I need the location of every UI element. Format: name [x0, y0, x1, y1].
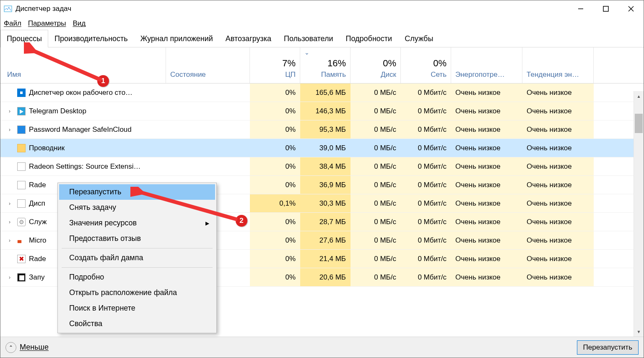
cell-cpu: 0%: [250, 139, 300, 157]
process-row[interactable]: Radeon Settings: Source Extensi…0%38,4 М…: [0, 157, 644, 176]
expand-chevron-icon[interactable]: ›: [9, 127, 14, 133]
context-item[interactable]: Открыть расположение файла: [59, 285, 215, 301]
cell-net: 0 Мбит/с: [401, 139, 451, 157]
tab-4[interactable]: Пользователи: [278, 30, 339, 47]
process-icon: [17, 125, 26, 134]
submenu-arrow-icon: ▶: [205, 220, 209, 226]
cell-trend: Очень низкое: [522, 102, 594, 120]
expand-chevron-icon[interactable]: ›: [9, 219, 14, 225]
cell-disk: 0 МБ/с: [351, 194, 401, 212]
cell-cpu: 0%: [250, 176, 300, 194]
scroll-down-icon[interactable]: ▼: [634, 327, 644, 337]
expand-chevron-icon[interactable]: ›: [9, 108, 14, 114]
context-separator: [62, 267, 213, 268]
cell-mem: 28,7 МБ: [300, 213, 351, 231]
cell-cpu: 0%: [250, 250, 300, 268]
cell-disk: 0 МБ/с: [351, 120, 401, 138]
cell-mem: 146,3 МБ: [300, 102, 351, 120]
col-name[interactable]: Имя: [0, 47, 166, 83]
cell-net: 0 Мбит/с: [401, 250, 451, 268]
scroll-up-icon[interactable]: ▲: [634, 91, 644, 101]
scroll-thumb[interactable]: [635, 114, 643, 133]
cell-mem: 38,4 МБ: [300, 157, 351, 175]
expand-chevron-icon[interactable]: ›: [9, 201, 14, 206]
cell-trend: Очень низкое: [522, 139, 594, 157]
col-power[interactable]: Энергопотре…: [451, 47, 522, 83]
context-item[interactable]: Свойства: [59, 316, 215, 332]
close-button[interactable]: [618, 0, 644, 17]
process-icon: [17, 162, 26, 171]
col-cpu[interactable]: 7%ЦП: [250, 47, 300, 83]
col-status[interactable]: Состояние: [166, 47, 250, 83]
cell-cpu: 0%: [250, 120, 300, 138]
cell-power: Очень низкое: [451, 157, 522, 175]
cell-net: 0 Мбит/с: [401, 268, 451, 286]
process-row[interactable]: ›Telegram Desktop0%146,3 МБ0 МБ/с0 Мбит/…: [0, 102, 644, 120]
cell-trend: Очень низкое: [522, 176, 594, 194]
col-disk[interactable]: 0%Диск: [351, 47, 401, 83]
tab-0[interactable]: Процессы: [0, 30, 48, 47]
tab-6[interactable]: Службы: [398, 30, 439, 47]
context-item[interactable]: Предоставить отзыв: [59, 231, 215, 246]
cell-cpu: 0%: [250, 268, 300, 286]
cell-power: Очень низкое: [451, 102, 522, 120]
column-header: Имя Состояние 7%ЦП ⌄16%Память 0%Диск 0%С…: [0, 47, 644, 84]
cell-net: 0 Мбит/с: [401, 84, 451, 102]
cell-net: 0 Мбит/с: [401, 157, 451, 175]
context-menu: ПерезапуститьСнять задачуЗначения ресурс…: [57, 183, 217, 333]
col-trend[interactable]: Тенденция эн…: [522, 47, 594, 83]
context-item[interactable]: Значения ресурсов▶: [59, 215, 215, 231]
col-mem[interactable]: ⌄16%Память: [300, 47, 351, 83]
cell-disk: 0 МБ/с: [351, 268, 401, 286]
context-item[interactable]: Перезапустить: [59, 184, 215, 200]
cell-mem: 27,6 МБ: [300, 231, 351, 249]
cell-disk: 0 МБ/с: [351, 213, 401, 231]
restart-button[interactable]: Перезапустить: [577, 340, 639, 355]
cell-cpu: 0%: [250, 157, 300, 175]
maximize-button[interactable]: [593, 0, 618, 17]
cell-cpu: 0%: [250, 231, 300, 249]
tab-3[interactable]: Автозагрузка: [219, 30, 278, 47]
fewer-details-button[interactable]: ⌃ Меньше: [5, 342, 49, 353]
process-row[interactable]: Проводник0%39,0 МБ0 МБ/с0 Мбит/сОчень ни…: [0, 139, 644, 157]
process-name: Micro: [29, 236, 47, 245]
cell-mem: 165,6 МБ: [300, 84, 351, 102]
tab-2[interactable]: Журнал приложений: [134, 30, 219, 47]
cell-disk: 0 МБ/с: [351, 84, 401, 102]
cell-cpu: 0%: [250, 213, 300, 231]
cell-trend: Очень низкое: [522, 250, 594, 268]
cell-disk: 0 МБ/с: [351, 176, 401, 194]
titlebar[interactable]: Диспетчер задач: [0, 0, 644, 17]
cell-trend: Очень низкое: [522, 84, 594, 102]
context-item[interactable]: Поиск в Интернете: [59, 301, 215, 316]
context-item[interactable]: Создать файл дампа: [59, 250, 215, 266]
cell-mem: 30,3 МБ: [300, 194, 351, 212]
menubar: Файл Параметры Вид: [0, 17, 644, 30]
task-manager-window: Диспетчер задач Файл Параметры Вид Проце…: [0, 0, 644, 358]
menu-file[interactable]: Файл: [4, 19, 21, 28]
cell-disk: 0 МБ/с: [351, 231, 401, 249]
cell-power: Очень низкое: [451, 139, 522, 157]
minimize-button[interactable]: [568, 0, 593, 17]
cell-cpu: 0%: [250, 102, 300, 120]
cell-net: 0 Мбит/с: [401, 194, 451, 212]
process-icon: [17, 181, 26, 189]
menu-view[interactable]: Вид: [73, 19, 86, 28]
expand-chevron-icon[interactable]: ›: [9, 238, 14, 243]
process-icon: [17, 107, 26, 115]
cell-mem: 20,6 МБ: [300, 268, 351, 286]
cell-trend: Очень низкое: [522, 231, 594, 249]
context-item[interactable]: Подробно: [59, 269, 215, 285]
cell-net: 0 Мбит/с: [401, 231, 451, 249]
context-item[interactable]: Снять задачу: [59, 200, 215, 215]
expand-chevron-icon[interactable]: ›: [9, 274, 14, 280]
tab-5[interactable]: Подробности: [340, 30, 399, 47]
process-row[interactable]: Диспетчер окон рабочего сто…0%165,6 МБ0 …: [0, 84, 644, 102]
process-row[interactable]: ›Password Manager SafeInCloud0%95,3 МБ0 …: [0, 120, 644, 139]
vertical-scrollbar[interactable]: ▲ ▼: [634, 91, 644, 337]
col-net[interactable]: 0%Сеть: [401, 47, 451, 83]
menu-options[interactable]: Параметры: [28, 19, 66, 28]
tab-1[interactable]: Производительность: [48, 30, 134, 47]
cell-mem: 36,9 МБ: [300, 176, 351, 194]
context-separator: [62, 248, 213, 248]
